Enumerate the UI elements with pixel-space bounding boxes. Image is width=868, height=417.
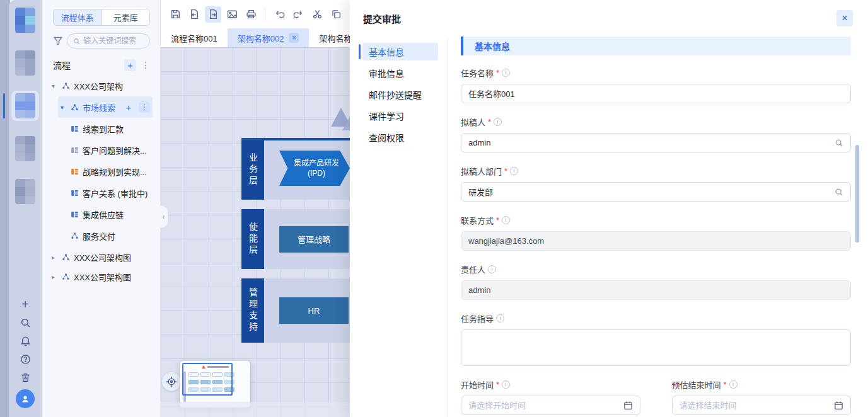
user-avatar[interactable] bbox=[16, 389, 35, 408]
owner-input bbox=[468, 285, 843, 295]
cut-icon[interactable] bbox=[309, 6, 325, 23]
start-time-field[interactable] bbox=[461, 396, 640, 415]
bell-icon[interactable] bbox=[19, 334, 32, 347]
app-icon[interactable] bbox=[11, 134, 39, 164]
app-blurred-icon bbox=[15, 136, 35, 161]
calendar-icon[interactable] bbox=[623, 401, 633, 410]
add-icon[interactable]: + bbox=[19, 298, 32, 311]
app-icon[interactable] bbox=[11, 176, 39, 207]
lane-label: 使能层 bbox=[241, 209, 264, 269]
tree-item-issue-to-resolution[interactable]: 客户问题到解决... bbox=[42, 139, 160, 161]
end-time-field[interactable] bbox=[672, 396, 852, 415]
tree-item-customer-relation[interactable]: 客户关系 (审批中) bbox=[42, 182, 160, 203]
tab-element-library[interactable]: 元素库 bbox=[102, 9, 150, 25]
print-icon[interactable] bbox=[243, 6, 259, 23]
lane-label: 管理支持 bbox=[241, 278, 264, 343]
drafter-field[interactable] bbox=[461, 133, 851, 152]
shape-ipd-arrow[interactable]: 集成产品研发 (IPD) bbox=[279, 151, 350, 186]
undo-icon[interactable] bbox=[271, 6, 287, 23]
task-name-input[interactable] bbox=[468, 89, 843, 98]
section-header-basic-info: 基本信息 bbox=[461, 37, 851, 55]
toolbar-divider bbox=[265, 8, 265, 21]
filter-icon[interactable] bbox=[53, 36, 63, 46]
menu-courseware-learning[interactable]: 课件学习 bbox=[362, 107, 438, 125]
add-process-button[interactable]: + bbox=[124, 59, 136, 71]
minimap[interactable] bbox=[180, 361, 250, 408]
search-icon[interactable] bbox=[19, 316, 32, 329]
tree-item-label: 战略规划到实现... bbox=[83, 166, 147, 178]
locate-crosshair-button[interactable] bbox=[162, 372, 181, 391]
copy-icon[interactable] bbox=[328, 6, 344, 23]
chevron-right-icon[interactable]: ▸ bbox=[52, 273, 58, 280]
minimap-viewport[interactable] bbox=[182, 363, 233, 396]
app-blurred-icon bbox=[15, 179, 35, 204]
tree-item-label: 客户问题到解决... bbox=[83, 144, 147, 156]
scrollbar-thumb[interactable] bbox=[855, 145, 859, 243]
menu-view-permission[interactable]: 查阅权限 bbox=[362, 129, 438, 146]
chevron-down-icon[interactable]: ▾ bbox=[52, 83, 58, 89]
drawer-title: 提交审批 bbox=[363, 12, 401, 25]
drafter-dept-input[interactable] bbox=[468, 187, 830, 197]
process-tree-panel: 流程体系 元素库 流程 + ⋮ ▾ XXX公司架构 ▾ 市场线索 + ⋮ 线索到… bbox=[42, 0, 161, 417]
shape-label: 集成产品研发 bbox=[294, 158, 339, 168]
tree-item-arch-diagram-2[interactable]: ▸ XXX公司架构图 bbox=[42, 268, 160, 285]
redo-icon[interactable] bbox=[290, 6, 306, 23]
import-icon[interactable] bbox=[186, 6, 202, 23]
more-icon[interactable]: ⋮ bbox=[139, 101, 150, 113]
search-icon[interactable] bbox=[835, 139, 843, 147]
close-tab-icon[interactable]: × bbox=[289, 33, 299, 43]
tree-item-service-delivery[interactable]: 服务交付 bbox=[42, 225, 160, 246]
trash-icon[interactable] bbox=[19, 371, 32, 384]
export-icon[interactable] bbox=[205, 6, 221, 23]
guidance-textarea[interactable] bbox=[461, 330, 850, 365]
panel-collapse-handle[interactable]: ‹ bbox=[159, 205, 168, 228]
owner-field bbox=[461, 280, 851, 300]
menu-approval-info[interactable]: 审批信息 bbox=[362, 64, 438, 82]
chevron-right-icon[interactable]: ▸ bbox=[52, 254, 58, 261]
shape-hr-rect[interactable]: HR bbox=[279, 297, 349, 324]
drafter-dept-field[interactable] bbox=[461, 182, 851, 202]
required-mark: * bbox=[496, 68, 499, 77]
doc-tab-arch-002[interactable]: 架构名称002 × bbox=[228, 28, 310, 47]
field-label: 任务指导 bbox=[461, 312, 494, 324]
guidance-field[interactable] bbox=[461, 329, 851, 366]
calendar-icon[interactable] bbox=[834, 401, 843, 410]
tree-item-supply-chain[interactable]: 集成供应链 bbox=[42, 203, 160, 225]
app-icon-selected[interactable] bbox=[11, 91, 39, 121]
drafter-input[interactable] bbox=[468, 138, 830, 147]
app-logo[interactable] bbox=[11, 5, 39, 35]
search-icon[interactable] bbox=[835, 188, 843, 197]
doc-tab-process-001[interactable]: 流程名称001 bbox=[161, 28, 228, 47]
field-label: 任务名称 bbox=[461, 67, 494, 79]
export-image-icon[interactable] bbox=[224, 6, 240, 23]
tree-item-label: 集成供应链 bbox=[83, 208, 124, 220]
tree-item-company-arch[interactable]: ▾ XXX公司架构 bbox=[42, 75, 160, 96]
tree-item-market-leads[interactable]: ▾ 市场线索 + ⋮ bbox=[58, 96, 153, 118]
tree-search[interactable] bbox=[67, 33, 150, 49]
info-icon: i bbox=[494, 118, 502, 126]
task-name-field[interactable] bbox=[461, 84, 851, 103]
start-time-input[interactable] bbox=[468, 401, 618, 410]
tab-process-system[interactable]: 流程体系 bbox=[54, 9, 102, 25]
end-time-input[interactable] bbox=[680, 401, 830, 410]
shape-strategy-rect[interactable]: 管理战略 bbox=[279, 226, 349, 253]
menu-basic-info[interactable]: 基本信息 bbox=[362, 43, 438, 60]
chevron-down-icon[interactable]: ▾ bbox=[61, 104, 67, 111]
tree-item-arch-diagram-1[interactable]: ▸ XXX公司架构图 bbox=[42, 246, 160, 268]
tree-search-input[interactable] bbox=[83, 37, 144, 45]
tree-item-label: XXX公司架构 bbox=[74, 80, 123, 92]
required-mark: * bbox=[496, 380, 499, 389]
tree-item-label: XXX公司架构图 bbox=[74, 271, 131, 283]
tree-item-strategy-to-execution[interactable]: 战略规划到实现... bbox=[42, 161, 160, 182]
menu-mail-cc-reminder[interactable]: 邮件抄送提醒 bbox=[362, 86, 438, 103]
help-icon[interactable] bbox=[19, 353, 32, 365]
close-icon[interactable]: × bbox=[836, 10, 853, 26]
info-icon: i bbox=[510, 167, 518, 175]
tree-item-label: 线索到汇款 bbox=[83, 123, 124, 135]
add-child-button[interactable]: + bbox=[125, 102, 131, 113]
app-icon[interactable] bbox=[11, 48, 39, 78]
tree-item-leads-to-cash[interactable]: 线索到汇款 bbox=[42, 118, 160, 139]
field-label: 责任人 bbox=[461, 263, 485, 275]
save-icon[interactable] bbox=[167, 6, 183, 23]
more-icon[interactable]: ⋮ bbox=[141, 60, 150, 70]
